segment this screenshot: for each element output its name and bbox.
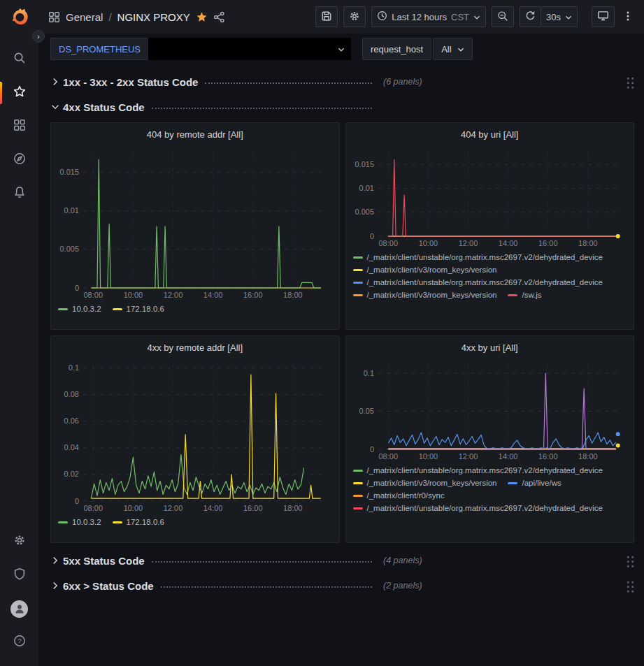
row-4xx-status-code[interactable]: 4xx Status Code bbox=[50, 96, 634, 117]
legend-item[interactable]: 172.18.0.6 bbox=[113, 305, 164, 313]
svg-text:18:00: 18:00 bbox=[283, 291, 303, 299]
legend-swatch bbox=[58, 308, 68, 310]
dashboard-settings-button[interactable] bbox=[343, 6, 366, 27]
row-5xx-status-code[interactable]: 5xx Status Code (4 panels) bbox=[50, 550, 634, 571]
legend-label: 172.18.0.6 bbox=[127, 518, 164, 526]
svg-text:12:00: 12:00 bbox=[164, 291, 183, 299]
legend-label: /_matrix/client/v3/room_keys/version bbox=[367, 266, 497, 274]
more-menu-button[interactable] bbox=[620, 6, 636, 27]
sidebar-item-profile[interactable] bbox=[0, 592, 38, 625]
svg-text:08:00: 08:00 bbox=[84, 291, 103, 299]
legend-swatch bbox=[58, 521, 68, 523]
row-drag-handle[interactable] bbox=[625, 554, 634, 567]
chevron-down-icon bbox=[565, 12, 572, 22]
chart-4xx-by-uri[interactable]: 08:0010:0012:0014:0016:0018:0000.050.1 bbox=[352, 359, 628, 462]
chevron-down-icon bbox=[473, 12, 480, 22]
panel-title[interactable]: 404 by remote addr [All] bbox=[57, 126, 334, 144]
legend-item[interactable]: /_matrix/client/r0/sync bbox=[353, 491, 445, 500]
datasource-variable-label: DS_PROMETHEUS bbox=[50, 38, 148, 60]
dashboard-variables-bar: DS_PROMETHEUS request_host All bbox=[38, 34, 644, 64]
chart-404-by-uri[interactable]: 08:0010:0012:0014:0016:0018:0000.0050.01… bbox=[352, 145, 628, 249]
legend-item[interactable]: 10.0.3.2 bbox=[58, 518, 101, 526]
legend-item[interactable]: 10.0.3.2 bbox=[58, 305, 101, 313]
sidebar-item-dashboards[interactable] bbox=[0, 110, 38, 143]
breadcrumb-folder[interactable]: General bbox=[66, 11, 103, 23]
grafana-app: ? › General / NGINX PROXY bbox=[0, 0, 644, 666]
svg-text:12:00: 12:00 bbox=[458, 452, 478, 461]
zoom-out-icon bbox=[497, 10, 508, 24]
refresh-interval-select[interactable]: 30s bbox=[541, 6, 578, 27]
legend-item[interactable]: /_matrix/client/unstable/org.matrix.msc2… bbox=[353, 278, 603, 287]
panel-title[interactable]: 4xx by uri [All] bbox=[352, 339, 629, 357]
sidebar-item-starred[interactable] bbox=[0, 76, 38, 110]
legend-swatch bbox=[353, 269, 363, 271]
apps-grid-icon[interactable] bbox=[48, 11, 60, 23]
favorite-star-icon[interactable] bbox=[196, 11, 208, 23]
chart-4xx-by-remote-addr[interactable]: 08:0010:0012:0014:0016:0018:0000.020.040… bbox=[57, 359, 333, 514]
kebab-icon bbox=[623, 10, 633, 24]
legend-label: 10.0.3.2 bbox=[72, 305, 101, 313]
row-6xx-status-code[interactable]: 6xx > Status Code (2 panels) bbox=[50, 575, 634, 596]
gear-icon bbox=[349, 10, 360, 24]
chevron-down-icon bbox=[457, 44, 464, 55]
sidebar-item-explore[interactable] bbox=[0, 143, 38, 177]
sidebar-item-help[interactable]: ? bbox=[0, 625, 38, 659]
sidebar-item-server-admin[interactable] bbox=[0, 558, 38, 592]
legend-swatch bbox=[113, 308, 122, 310]
legend-label: /_matrix/client/unstable/org.matrix.msc2… bbox=[367, 253, 603, 261]
chart-404-by-remote-addr[interactable]: 08:0010:0012:0014:0016:0018:0000.0050.01… bbox=[57, 145, 333, 301]
chart-legend: 10.0.3.2172.18.0.6 bbox=[57, 301, 334, 313]
legend-item[interactable]: /api/live/ws bbox=[508, 479, 561, 487]
legend-item[interactable]: /_matrix/client/unstable/org.matrix.msc2… bbox=[353, 504, 603, 512]
svg-text:08:00: 08:00 bbox=[84, 504, 103, 512]
legend-item[interactable]: /_matrix/client/v3/room_keys/version bbox=[353, 291, 497, 299]
legend-label: /_matrix/client/unstable/org.matrix.msc2… bbox=[367, 278, 603, 287]
legend-item[interactable]: /_matrix/client/unstable/org.matrix.msc2… bbox=[353, 466, 603, 475]
grafana-logo[interactable] bbox=[10, 8, 29, 27]
panel-404-by-remote-addr: 404 by remote addr [All] 08:0010:0012:00… bbox=[50, 122, 340, 330]
refresh-button[interactable] bbox=[520, 6, 541, 27]
legend-item[interactable]: /sw.js bbox=[508, 291, 541, 299]
refresh-icon bbox=[525, 10, 536, 23]
time-range-picker[interactable]: Last 12 hours CST bbox=[371, 6, 486, 27]
panel-title[interactable]: 404 by uri [All] bbox=[352, 126, 629, 144]
star-icon bbox=[13, 85, 26, 101]
row-drag-handle[interactable] bbox=[625, 75, 634, 89]
topbar: General / NGINX PROXY bbox=[38, 0, 644, 34]
row-dotted-leader bbox=[161, 586, 372, 588]
save-icon bbox=[321, 10, 332, 24]
legend-label: 10.0.3.2 bbox=[72, 518, 101, 526]
legend-item[interactable]: /_matrix/client/unstable/org.matrix.msc2… bbox=[353, 253, 603, 261]
row-drag-handle[interactable] bbox=[625, 579, 634, 593]
chevron-right-icon bbox=[50, 556, 60, 565]
request-host-value-select[interactable]: All bbox=[433, 38, 472, 60]
svg-text:0.05: 0.05 bbox=[359, 407, 373, 415]
legend-item[interactable]: /_matrix/client/v3/room_keys/version bbox=[353, 266, 497, 274]
sidebar-item-search[interactable] bbox=[0, 43, 38, 76]
zoom-out-button[interactable] bbox=[492, 6, 514, 27]
legend-label: /_matrix/client/v3/room_keys/version bbox=[367, 291, 497, 299]
legend-item[interactable]: /_matrix/client/v3/room_keys/version bbox=[353, 479, 497, 487]
svg-text:18:00: 18:00 bbox=[578, 239, 598, 247]
svg-text:0.08: 0.08 bbox=[64, 390, 79, 398]
share-icon[interactable] bbox=[213, 11, 225, 23]
bell-icon bbox=[13, 186, 26, 201]
row-dotted-leader bbox=[152, 561, 372, 563]
datasource-value-select[interactable] bbox=[148, 38, 351, 60]
panel-title[interactable]: 4xx by remote addr [All] bbox=[57, 339, 334, 357]
svg-text:12:00: 12:00 bbox=[458, 239, 478, 247]
svg-text:08:00: 08:00 bbox=[378, 452, 398, 461]
legend-item[interactable]: 172.18.0.6 bbox=[113, 518, 164, 526]
row-1xx-3xx-2xx-status-code[interactable]: 1xx - 3xx - 2xx Status Code (6 panels) bbox=[50, 71, 634, 92]
sidebar-expand-button[interactable]: › bbox=[32, 30, 45, 43]
tv-mode-button[interactable] bbox=[592, 6, 615, 27]
refresh-group: 30s bbox=[520, 6, 578, 27]
panel-404-by-uri: 404 by uri [All] 08:0010:0012:0014:0016:… bbox=[345, 122, 635, 330]
save-dashboard-button[interactable] bbox=[315, 6, 338, 27]
gear-icon bbox=[13, 534, 26, 549]
svg-text:0.1: 0.1 bbox=[363, 369, 373, 377]
sidebar-item-configuration[interactable] bbox=[0, 525, 38, 558]
sidebar-item-alerting[interactable] bbox=[0, 177, 38, 210]
row-dotted-leader bbox=[205, 82, 372, 84]
chevron-right-icon bbox=[50, 581, 60, 591]
